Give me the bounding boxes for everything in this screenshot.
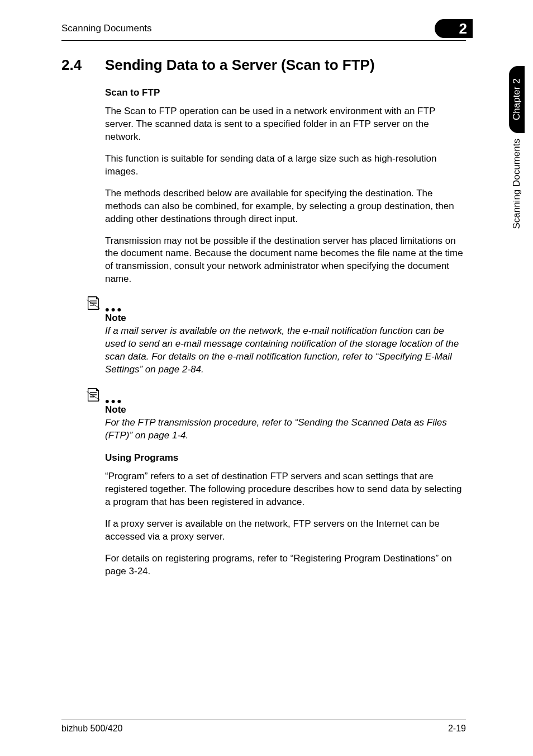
paragraph: The Scan to FTP operation can be used in… xyxy=(105,105,466,144)
note-label: Note xyxy=(105,313,466,324)
paragraph: The methods described below are availabl… xyxy=(105,187,466,226)
note-icon-row: ••• xyxy=(85,386,466,403)
note-icon xyxy=(85,386,102,403)
body-column: Scan to FTP The Scan to FTP operation ca… xyxy=(105,87,466,578)
chapter-badge-number: 2 xyxy=(459,20,467,37)
note-icon-row: ••• xyxy=(85,295,466,311)
footer-page-number: 2-19 xyxy=(448,724,466,734)
note-block: ••• Note For the FTP transmission proced… xyxy=(105,386,466,442)
section-number: 2.4 xyxy=(61,56,105,74)
footer: bizhub 500/420 2-19 xyxy=(61,720,466,734)
side-tab: Chapter 2 Scanning Documents xyxy=(501,66,533,239)
note-dots-icon: ••• xyxy=(105,399,123,404)
side-tab-chapter: Chapter 2 xyxy=(509,66,525,133)
paragraph: If a proxy server is available on the ne… xyxy=(105,518,466,544)
section-title: Sending Data to a Server (Scan to FTP) xyxy=(105,56,375,74)
page: Scanning Documents 2 2.4 Sending Data to… xyxy=(0,0,533,756)
note-icon xyxy=(85,295,102,311)
note-dots-icon: ••• xyxy=(105,307,123,313)
paragraph: “Program” refers to a set of destination… xyxy=(105,470,466,509)
chapter-badge: 2 xyxy=(435,19,473,38)
paragraph: For details on registering programs, ref… xyxy=(105,552,466,578)
section-heading: 2.4 Sending Data to a Server (Scan to FT… xyxy=(61,56,466,74)
paragraph: This function is suitable for sending da… xyxy=(105,153,466,178)
note-text: If a mail server is available on the net… xyxy=(105,325,466,376)
note-block: ••• Note If a mail server is available o… xyxy=(105,295,466,376)
paragraph: Transmission may not be possible if the … xyxy=(105,235,466,286)
subheading-scan-to-ftp: Scan to FTP xyxy=(105,87,466,98)
note-label: Note xyxy=(105,404,466,415)
side-tab-section: Scanning Documents xyxy=(509,133,525,239)
subheading-using-programs: Using Programs xyxy=(105,452,466,464)
running-title: Scanning Documents xyxy=(61,23,152,34)
footer-left: bizhub 500/420 xyxy=(61,724,122,734)
note-text: For the FTP transmission procedure, refe… xyxy=(105,417,466,442)
header-row: Scanning Documents 2 xyxy=(61,19,466,41)
